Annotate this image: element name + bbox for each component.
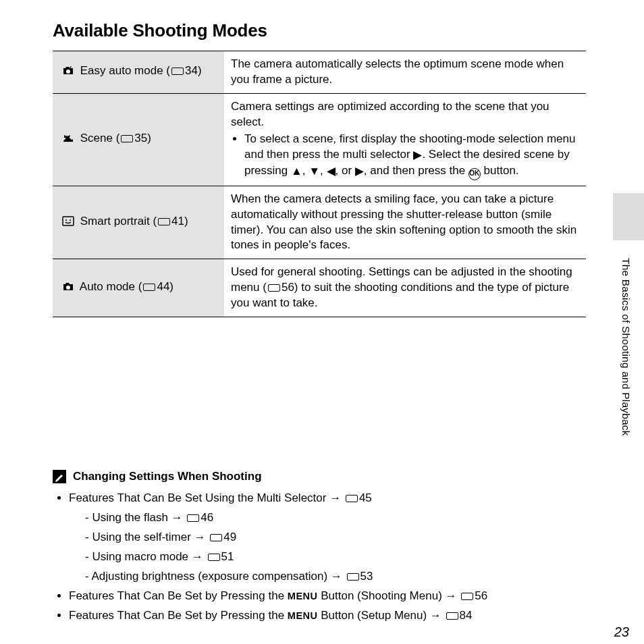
page-ref-icon [157, 215, 171, 227]
page-ref-icon [344, 491, 359, 504]
page-ref: 46 [200, 511, 213, 524]
page-ref: 44 [157, 280, 169, 293]
page-ref-icon [209, 531, 223, 543]
note-list: Features That Can Be Set Using the Multi… [53, 489, 603, 625]
page-number: 23 [614, 624, 629, 640]
mode-description: Camera settings are optimized according … [224, 93, 586, 186]
svg-rect-1 [63, 217, 74, 225]
mode-cell: Easy auto mode (34) [53, 51, 224, 94]
modes-table: Easy auto mode (34) The camera automatic… [53, 51, 586, 317]
menu-button-label: MENU [288, 591, 318, 601]
table-row: Easy auto mode (34) The camera automatic… [53, 51, 586, 94]
list-item: Using the flash → 46 [85, 508, 579, 528]
page-ref-icon [445, 609, 460, 622]
note-heading: Changing Settings When Shooting [53, 470, 603, 483]
desc-text: , and then press the [364, 164, 468, 177]
mode-name: Easy auto mode [80, 64, 163, 77]
page-ref: 84 [460, 609, 473, 622]
svg-point-4 [66, 286, 70, 290]
list-item: Using macro mode → 51 [85, 547, 579, 567]
desc-text: Camera settings are optimized according … [231, 100, 549, 128]
page-ref: 51 [221, 550, 234, 563]
page-ref-icon [460, 589, 475, 602]
page-ref-icon [267, 281, 281, 294]
mode-description: Used for general shooting. Settings can … [224, 259, 586, 317]
page-ref: 34 [185, 64, 198, 77]
page-ref-icon [119, 132, 134, 144]
mode-name: Scene [80, 132, 113, 144]
list-item: Features That Can Be Set Using the Multi… [69, 489, 579, 586]
page-ref: 41 [171, 215, 184, 227]
item-text: Features That Can Be Set by Pressing the [69, 589, 288, 602]
page-ref: 56 [475, 589, 487, 602]
mode-name: Smart portrait [80, 215, 150, 227]
svg-point-0 [66, 70, 70, 74]
mode-cell: Smart portrait (41) [53, 186, 224, 259]
page-ref-icon [207, 550, 221, 563]
item-text: Button (Shooting Menu) [318, 589, 442, 602]
svg-point-2 [65, 219, 67, 221]
table-row: Scene (35) Camera settings are optimized… [53, 93, 586, 186]
smart-portrait-icon [62, 215, 74, 231]
table-row: Auto mode (44) Used for general shooting… [53, 259, 586, 317]
scene-icon [62, 132, 74, 148]
item-text: Using the flash [92, 511, 167, 524]
mode-cell: Auto mode (44) [53, 259, 224, 317]
table-row: Smart portrait (41) When the camera dete… [53, 186, 586, 259]
page-ref: 53 [360, 570, 373, 583]
page-ref: 49 [223, 531, 236, 543]
desc-text: button. [481, 164, 519, 177]
item-text: Using macro mode [92, 550, 188, 563]
left-arrow-icon: ◀ [327, 164, 336, 180]
list-item: Features That Can Be Set by Pressing the… [69, 587, 579, 606]
item-text: Features That Can Be Set by Pressing the [69, 609, 288, 622]
auto-mode-icon [62, 281, 74, 296]
note-pencil-icon [53, 470, 66, 483]
page-ref-icon [170, 64, 185, 77]
list-item: Adjusting brightness (exposure compensat… [85, 567, 579, 587]
up-arrow-icon: ▲ [291, 164, 302, 180]
page-ref: 45 [359, 491, 372, 504]
easy-auto-icon [62, 65, 74, 80]
menu-button-label: MENU [288, 610, 318, 621]
note-title: Changing Settings When Shooting [73, 470, 262, 483]
page-title: Available Shooting Modes [53, 20, 603, 41]
page-ref-icon [186, 511, 200, 524]
item-text: Button (Setup Menu) [318, 609, 427, 622]
mode-cell: Scene (35) [53, 93, 224, 186]
list-item: Using the self-timer → 49 [85, 528, 579, 547]
item-text: Adjusting brightness (exposure compensat… [91, 570, 327, 583]
item-text: Using the self-timer [92, 531, 190, 543]
page-ref-icon [346, 570, 360, 583]
list-item: Features That Can Be Set by Pressing the… [69, 606, 579, 626]
mode-description: The camera automatically selects the opt… [224, 51, 586, 94]
ok-button-icon: OK [468, 168, 481, 180]
mode-description: When the camera detects a smiling face, … [224, 186, 586, 259]
page-ref: 35 [134, 132, 147, 144]
item-text: Features That Can Be Set Using the Multi… [69, 491, 326, 504]
right-arrow-icon: ▶ [413, 148, 422, 163]
page-ref: 56 [281, 281, 294, 294]
svg-point-3 [70, 219, 71, 221]
right-arrow-icon: ▶ [355, 164, 364, 180]
mode-name: Auto mode [80, 280, 135, 293]
page-ref-icon [142, 280, 157, 293]
down-arrow-icon: ▼ [308, 164, 320, 180]
